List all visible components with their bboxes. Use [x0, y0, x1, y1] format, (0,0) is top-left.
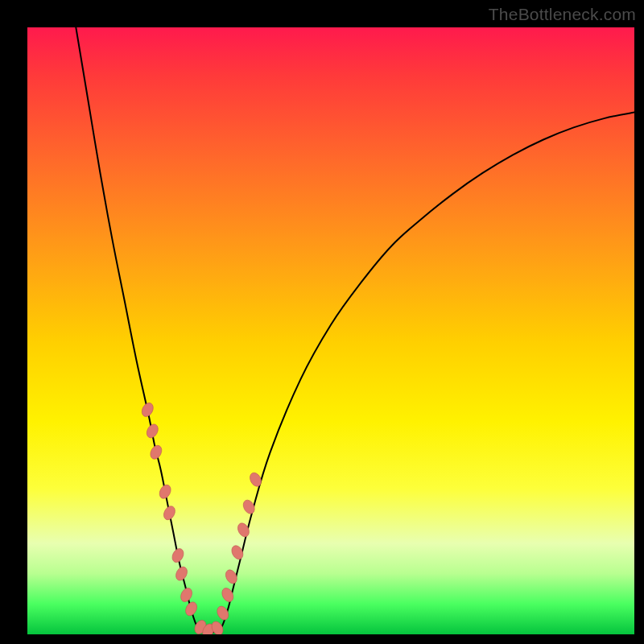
- bottleneck-curve: [76, 27, 634, 632]
- watermark-text: TheBottleneck.com: [489, 5, 636, 24]
- data-marker: [179, 586, 195, 604]
- data-marker: [220, 586, 236, 604]
- data-marker: [145, 423, 161, 440]
- data-marker: [140, 401, 156, 419]
- data-marker: [236, 521, 252, 539]
- data-marker: [148, 444, 164, 461]
- data-marker: [184, 600, 200, 617]
- curve-layer: [27, 27, 634, 634]
- plot-area: [27, 27, 634, 634]
- data-marker: [209, 620, 225, 634]
- data-marker: [157, 483, 173, 501]
- data-marker: [248, 471, 264, 489]
- data-marker: [215, 605, 231, 622]
- chart-frame: TheBottleneck.com: [0, 0, 644, 644]
- data-marker: [174, 565, 190, 583]
- data-marker: [241, 498, 257, 516]
- data-marker: [192, 618, 208, 634]
- data-marker: [224, 568, 240, 585]
- data-marker: [162, 504, 178, 522]
- data-marker: [229, 543, 246, 561]
- data-marker: [170, 547, 186, 564]
- data-marker: [200, 622, 217, 634]
